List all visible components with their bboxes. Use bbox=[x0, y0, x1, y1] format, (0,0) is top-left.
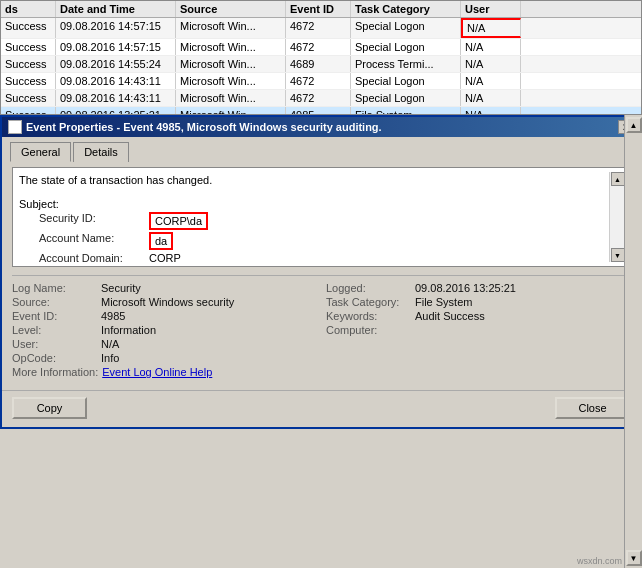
logon-id-value: 0x24ac5f8b bbox=[149, 266, 206, 267]
account-domain-label: Account Domain: bbox=[39, 252, 149, 264]
more-info-label: More Information: bbox=[12, 366, 98, 378]
desc-scrollbar: ▲ ▼ bbox=[609, 172, 625, 262]
row-dt: 09.08.2016 14:43:11 bbox=[56, 73, 176, 89]
dialog-tabs: General Details bbox=[2, 137, 640, 161]
dialog-buttons: Copy Close bbox=[2, 390, 640, 427]
col-header-ds: ds bbox=[1, 1, 56, 17]
log-name-value: Security bbox=[101, 282, 141, 294]
computer-row: Computer: bbox=[326, 324, 630, 336]
row-usr: N/A bbox=[461, 39, 521, 55]
row-eid: 4672 bbox=[286, 18, 351, 38]
col-header-eid: Event ID bbox=[286, 1, 351, 17]
description-line: The state of a transaction has changed. bbox=[19, 174, 607, 186]
tab-details[interactable]: Details bbox=[73, 142, 129, 162]
row-src: Microsoft Win... bbox=[176, 73, 286, 89]
col-header-usr: User bbox=[461, 1, 521, 17]
user-row: User: N/A bbox=[12, 338, 316, 350]
table-row[interactable]: Success 09.08.2016 14:57:15 Microsoft Wi… bbox=[1, 18, 641, 39]
copy-button[interactable]: Copy bbox=[12, 397, 87, 419]
row-ds: Success bbox=[1, 18, 56, 38]
row-cat: Special Logon bbox=[351, 73, 461, 89]
computer-label: Computer: bbox=[326, 324, 411, 336]
event-description-box: The state of a transaction has changed. … bbox=[12, 167, 630, 267]
dialog-titlebar: Event Properties - Event 4985, Microsoft… bbox=[2, 117, 640, 137]
dialog-title: Event Properties - Event 4985, Microsoft… bbox=[26, 121, 382, 133]
opcode-label: OpCode: bbox=[12, 352, 97, 364]
row-dt: 09.08.2016 14:43:11 bbox=[56, 90, 176, 106]
tab-general[interactable]: General bbox=[10, 142, 71, 162]
keywords-value: Audit Success bbox=[415, 310, 485, 322]
source-value: Microsoft Windows security bbox=[101, 296, 234, 308]
titlebar-left: Event Properties - Event 4985, Microsoft… bbox=[8, 120, 382, 134]
event-icon bbox=[8, 120, 22, 134]
opcode-row: OpCode: Info bbox=[12, 352, 316, 364]
event-properties-dialog: Event Properties - Event 4985, Microsoft… bbox=[0, 115, 642, 429]
task-cat-row: Task Category: File System bbox=[326, 296, 630, 308]
table-row[interactable]: Success 09.08.2016 14:43:11 Microsoft Wi… bbox=[1, 90, 641, 107]
row-usr: N/A bbox=[461, 18, 521, 38]
logged-row: Logged: 09.08.2016 13:25:21 bbox=[326, 282, 630, 294]
row-eid: 4985 bbox=[286, 107, 351, 115]
event-description-text: The state of a transaction has changed. … bbox=[17, 172, 609, 262]
row-src: Microsoft Win... bbox=[176, 39, 286, 55]
row-dt: 09.08.2016 14:57:15 bbox=[56, 39, 176, 55]
row-usr: N/A bbox=[461, 90, 521, 106]
logged-label: Logged: bbox=[326, 282, 411, 294]
row-eid: 4672 bbox=[286, 90, 351, 106]
row-src: Microsoft Win... bbox=[176, 56, 286, 72]
security-id-value: CORP\da bbox=[149, 212, 208, 230]
row-eid: 4672 bbox=[286, 39, 351, 55]
logon-id-row: Logon ID: 0x24ac5f8b bbox=[39, 266, 607, 267]
account-domain-row: Account Domain: CORP bbox=[39, 252, 607, 264]
row-cat: Special Logon bbox=[351, 18, 461, 38]
security-id-row: Security ID: CORP\da bbox=[39, 212, 607, 230]
table-row[interactable]: Success 09.08.2016 13:25:21 Microsoft Wi… bbox=[1, 107, 641, 115]
scroll-down-button[interactable]: ▼ bbox=[611, 248, 625, 262]
watermark: wsxdn.com bbox=[577, 556, 622, 566]
row-src: Microsoft Win... bbox=[176, 18, 286, 38]
right-scroll-up-button[interactable]: ▲ bbox=[626, 117, 642, 133]
account-domain-value: CORP bbox=[149, 252, 181, 264]
level-value: Information bbox=[101, 324, 156, 336]
row-src: Microsoft Win... bbox=[176, 90, 286, 106]
security-id-label: Security ID: bbox=[39, 212, 149, 230]
scroll-up-button[interactable]: ▲ bbox=[611, 172, 625, 186]
row-ds: Success bbox=[1, 73, 56, 89]
close-button[interactable]: Close bbox=[555, 397, 630, 419]
col-header-cat: Task Category bbox=[351, 1, 461, 17]
event-id-row: Event ID: 4985 bbox=[12, 310, 316, 322]
row-cat: File System bbox=[351, 107, 461, 115]
source-row: Source: Microsoft Windows security bbox=[12, 296, 316, 308]
table-row[interactable]: Success 09.08.2016 14:55:24 Microsoft Wi… bbox=[1, 56, 641, 73]
row-usr: N/A bbox=[461, 56, 521, 72]
event-details-section: Log Name: Security Source: Microsoft Win… bbox=[12, 275, 630, 380]
user-value: N/A bbox=[101, 338, 119, 350]
right-scroll-down-button[interactable]: ▼ bbox=[626, 550, 642, 566]
subject-label: Subject: bbox=[19, 198, 607, 210]
event-log-online-help-link[interactable]: Event Log Online Help bbox=[102, 366, 212, 378]
level-row: Level: Information bbox=[12, 324, 316, 336]
event-id-label: Event ID: bbox=[12, 310, 97, 322]
table-row[interactable]: Success 09.08.2016 14:57:15 Microsoft Wi… bbox=[1, 39, 641, 56]
table-row[interactable]: Success 09.08.2016 14:43:11 Microsoft Wi… bbox=[1, 73, 641, 90]
log-name-row: Log Name: Security bbox=[12, 282, 316, 294]
col-header-dt: Date and Time bbox=[56, 1, 176, 17]
subject-fields: Security ID: CORP\da Account Name: da Ac… bbox=[19, 212, 607, 267]
event-log-table: ds Date and Time Source Event ID Task Ca… bbox=[0, 0, 642, 115]
row-ds: Success bbox=[1, 107, 56, 115]
row-dt: 09.08.2016 14:55:24 bbox=[56, 56, 176, 72]
row-cat: Process Termi... bbox=[351, 56, 461, 72]
log-name-label: Log Name: bbox=[12, 282, 97, 294]
details-grid: Log Name: Security Source: Microsoft Win… bbox=[12, 282, 630, 380]
user-label: User: bbox=[12, 338, 97, 350]
row-dt: 09.08.2016 14:57:15 bbox=[56, 18, 176, 38]
row-dt: 09.08.2016 13:25:21 bbox=[56, 107, 176, 115]
row-ds: Success bbox=[1, 56, 56, 72]
row-eid: 4689 bbox=[286, 56, 351, 72]
row-ds: Success bbox=[1, 90, 56, 106]
row-cat: Special Logon bbox=[351, 39, 461, 55]
logged-value: 09.08.2016 13:25:21 bbox=[415, 282, 516, 294]
event-id-value: 4985 bbox=[101, 310, 125, 322]
row-cat: Special Logon bbox=[351, 90, 461, 106]
more-info-row: More Information: Event Log Online Help bbox=[12, 366, 316, 378]
